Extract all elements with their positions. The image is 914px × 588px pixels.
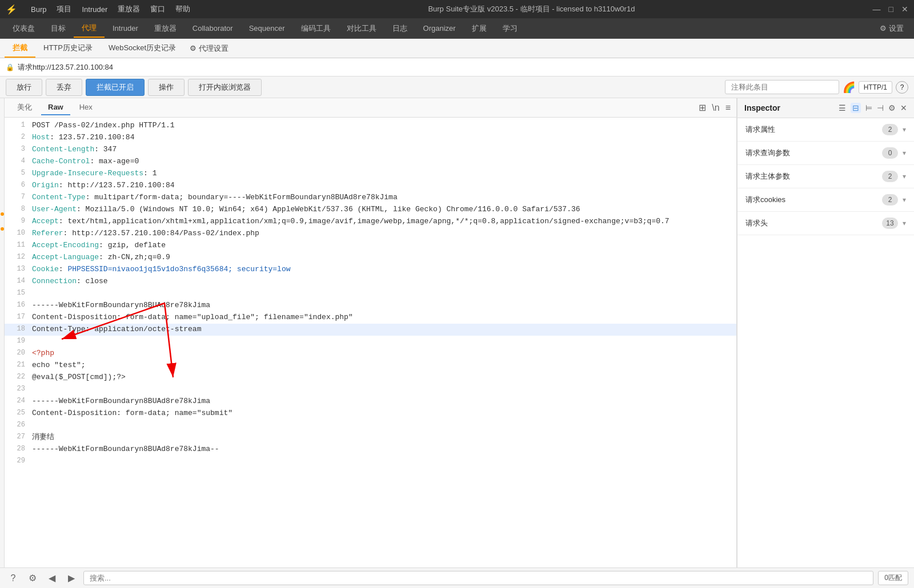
inspector-section-body-params[interactable]: 请求主体参数 2 ▾ [737,165,914,188]
code-line-20: 20 <?php [5,348,736,360]
left-edge-indicators [0,98,5,567]
settings-button[interactable]: ⚙ 设置 [874,21,909,36]
discard-button[interactable]: 丢弃 [46,79,82,96]
code-line-8: 8 User-Agent: Mozilla/5.0 (Windows NT 10… [5,204,736,216]
code-line-14: 14 Connection: close [5,276,736,288]
multicolor-icon: 🌈 [843,81,855,94]
code-area[interactable]: 1 POST /Pass-02/index.php HTTP/1.1 2 Hos… [5,118,736,567]
window-title: Burp Suite专业版 v2023.5 - 临时项目 - licensed … [190,4,872,14]
open-browser-button[interactable]: 打开内嵌浏览器 [188,79,262,96]
inspector-close-icon[interactable]: ✕ [900,103,907,112]
menu-intruder[interactable]: Intruder [82,5,107,14]
settings-icon[interactable]: ⚙ [25,571,40,586]
code-line-9: 9 Accept: text/html,application/xhtml+xm… [5,216,736,228]
maximize-button[interactable]: □ [889,5,893,14]
app-icon: ⚡ [6,4,17,15]
editor-tab-raw[interactable]: Raw [41,100,70,115]
editor-area: 美化 Raw Hex ⊞ \n ≡ [5,98,737,567]
code-line-4: 4 Cache-Control: max-age=0 [5,156,736,168]
editor-tab-pretty[interactable]: 美化 [10,99,39,116]
forward-icon[interactable]: ▶ [64,571,79,586]
nav-tab-comparer[interactable]: 对比工具 [339,20,384,37]
comment-input[interactable] [725,80,839,94]
proxy-settings-button[interactable]: ⚙ 代理设置 [184,41,234,56]
nav-tab-dashboard[interactable]: 仪表盘 [5,20,43,37]
editor-tab-hex[interactable]: Hex [73,100,99,115]
split-icon[interactable]: ⊣ [877,103,884,112]
url-bar: 🔒 请求http://123.57.210.100:84 [0,58,914,76]
sub-tab-http-history[interactable]: HTTP历史记录 [35,39,101,58]
lock-icon: 🔒 [6,63,14,71]
code-line-24: 24 ------WebKitFormBoundaryn8BUAd8re78kJ… [5,396,736,408]
nav-tab-proxy[interactable]: 代理 [74,19,105,38]
menu-icon[interactable]: ≡ [725,103,731,113]
passthrough-button[interactable]: 放行 [6,79,42,96]
chevron-down-icon-5: ▾ [903,219,906,227]
inspector-section-cookies[interactable]: 请求cookies 2 ▾ [737,188,914,212]
close-button[interactable]: ✕ [901,5,908,14]
url-text: 请求http://123.57.210.100:84 [18,62,113,73]
titlebar-left: ⚡ Burp 项目 Intruder 重放器 窗口 帮助 [6,4,190,15]
menu-burp[interactable]: Burp [31,5,46,14]
search-input[interactable] [83,571,873,585]
nav-tab-extensions[interactable]: 扩展 [464,20,495,37]
section-count-body-params: 2 [882,171,898,182]
inspector-icon-group: ☰ ⊟ ⊨ ⊣ ⚙ ✕ [839,103,907,113]
menu-window[interactable]: 窗口 [150,4,165,14]
code-line-3: 3 Content-Length: 347 [5,144,736,156]
code-line-17: 17 Content-Disposition: form-data; name=… [5,312,736,324]
toolbar: 放行 丢弃 拦截已开启 操作 打开内嵌浏览器 🌈 HTTP/1 ? [0,76,914,98]
code-line-26: 26 [5,420,736,432]
intercept-toggle-button[interactable]: 拦截已开启 [86,79,145,96]
editor-tabs: 美化 Raw Hex ⊞ \n ≡ [5,98,736,118]
code-line-1: 1 POST /Pass-02/index.php HTTP/1.1 [5,120,736,132]
align-icon[interactable]: ⊨ [865,103,872,112]
newline-icon[interactable]: \n [712,103,719,113]
menu-project[interactable]: 项目 [57,4,71,14]
list-view-icon[interactable]: ☰ [839,103,846,112]
sub-tab-intercept[interactable]: 拦截 [5,39,35,58]
chevron-down-icon-2: ▾ [903,149,906,157]
inspector-section-query-params[interactable]: 请求查询参数 0 ▾ [737,142,914,165]
menu-help[interactable]: 帮助 [175,4,190,14]
inspector-panel: Inspector ☰ ⊟ ⊨ ⊣ ⚙ ✕ 请求属性 2 ▾ 请求查询参数 0 … [737,98,914,567]
section-count-query-params: 0 [882,147,898,159]
nav-tab-learn[interactable]: 学习 [495,20,526,37]
grid-view-icon[interactable]: ⊞ [699,102,706,113]
edge-dot-2 [1,227,4,231]
main-nav: 仪表盘 目标 代理 Intruder 重放器 Collaborator Sequ… [0,18,914,39]
nav-tab-collaborator[interactable]: Collaborator [185,21,241,36]
code-line-27: 27 消妻结 [5,432,736,444]
nav-tab-decoder[interactable]: 编码工具 [293,20,339,37]
code-line-25: 25 Content-Disposition: form-data; name=… [5,408,736,420]
inspector-header: Inspector ☰ ⊟ ⊨ ⊣ ⚙ ✕ [737,98,914,118]
inspector-section-headers[interactable]: 请求头 13 ▾ [737,212,914,235]
help-button[interactable]: ? [896,81,908,94]
inspector-section-request-attributes[interactable]: 请求属性 2 ▾ [737,118,914,142]
nav-tab-sequencer[interactable]: Sequencer [241,21,293,36]
grid-icon[interactable]: ⊟ [851,103,861,113]
section-label-request-attributes: 请求属性 [745,124,882,135]
code-line-13: 13 Cookie: PHPSESSID=nivaoo1jq15v1do3nsf… [5,264,736,276]
code-line-29: 29 [5,456,736,468]
menu-repeater[interactable]: 重放器 [118,4,140,14]
http-version-badge: HTTP/1 [859,81,892,94]
code-line-5: 5 Upgrade-Insecure-Requests: 1 [5,168,736,180]
minimize-button[interactable]: — [873,5,881,14]
chevron-down-icon-4: ▾ [903,196,906,204]
nav-tab-repeater[interactable]: 重放器 [146,20,185,37]
code-line-21: 21 echo "test"; [5,360,736,372]
back-icon[interactable]: ◀ [45,571,59,586]
inspector-settings-icon[interactable]: ⚙ [888,103,896,112]
code-line-2: 2 Host: 123.57.210.100:84 [5,132,736,144]
code-line-23: 23 [5,384,736,396]
help-circle-icon[interactable]: ? [6,571,21,586]
edge-dot-1 [1,212,4,216]
nav-tab-organizer[interactable]: Organizer [415,21,464,36]
sub-tab-websocket-history[interactable]: WebSocket历史记录 [101,39,184,58]
nav-tab-logger[interactable]: 日志 [384,20,415,37]
editor-tab-icons: ⊞ \n ≡ [699,102,731,113]
action-button[interactable]: 操作 [148,79,185,96]
nav-tab-intruder[interactable]: Intruder [105,21,146,36]
nav-tab-target[interactable]: 目标 [43,20,74,37]
